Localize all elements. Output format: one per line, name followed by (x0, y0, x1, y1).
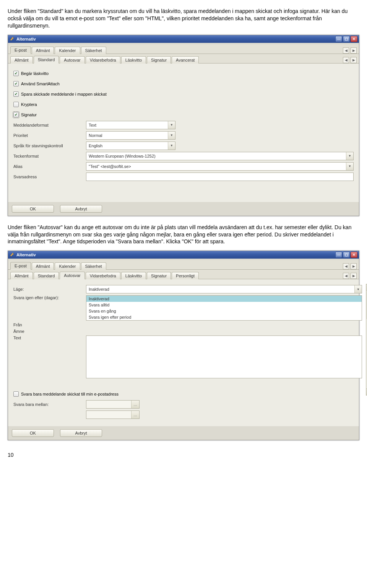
chevron-down-icon: ▼ (168, 132, 175, 139)
select-meddelandeformat[interactable]: Text ▼ (86, 121, 175, 129)
label-alias: Alias (13, 164, 86, 169)
tab-epost[interactable]: E-post (10, 46, 31, 54)
checkbox-svara-bara[interactable] (13, 391, 19, 397)
sub-tabstrip-2: Allmänt Standard Autosvar Vidarebefodra … (8, 270, 359, 279)
tab-sakerhet[interactable]: Säkerhet (81, 47, 106, 54)
subtab-signatur[interactable]: Signatur (147, 56, 171, 64)
label-svara-igen: Svara igen efter (dagar): (13, 295, 86, 300)
value-meddelandeformat: Text (89, 123, 96, 127)
minimize-button[interactable]: — (335, 252, 342, 258)
intro-paragraph-1: Under fliken "Standard" kan du markera k… (8, 8, 359, 29)
checkbox-signatur[interactable]: ✔ (13, 112, 19, 117)
tab-sakerhet[interactable]: Säkerhet (81, 262, 106, 270)
sub-tabstrip-1: Allmänt Standard Autosvar Vidarebefodra … (8, 54, 359, 64)
maximize-button[interactable]: ▢ (343, 36, 350, 42)
check-svara-bara-label: Svara bara meddelande skickat till min e… (21, 392, 119, 396)
top-tabstrip: E-post Allmänt Kalender Säkerhet ◀ ▶ (8, 260, 359, 270)
label-fran: Från (13, 323, 86, 327)
checkbox-smartattach[interactable]: ✔ (13, 81, 19, 86)
tab-scroll-left-icon[interactable]: ◀ (343, 47, 349, 54)
subtab-standard[interactable]: Standard (34, 56, 59, 64)
subtab-vidarebefodra[interactable]: Vidarebefodra (86, 272, 120, 279)
button-row: OK Avbryt (8, 426, 359, 440)
select-lage[interactable]: Inaktiverad ▼ (86, 285, 362, 293)
check-smartattach-row: ✔ Använd SmartAttach (13, 80, 354, 88)
value-alias: "Test" <test@softit.se> (89, 164, 131, 169)
date-picker-icon: … (131, 401, 139, 408)
textarea-text[interactable] (86, 336, 362, 378)
tab-scroll-left-icon[interactable]: ◀ (343, 57, 349, 63)
subtab-personligt[interactable]: Personligt (172, 272, 199, 279)
check-kryptera-label: Kryptera (21, 102, 37, 107)
label-sprak: Språk för stavningskontroll (13, 143, 86, 148)
tab-epost[interactable]: E-post (10, 262, 31, 270)
subtab-laskvitto[interactable]: Läskvitto (121, 56, 146, 64)
window-title: Alternativ (16, 252, 36, 257)
value-teckenformat: Western European (Windows-1252) (89, 154, 156, 158)
label-prioritet: Prioritet (13, 133, 86, 138)
chevron-down-icon: ▼ (346, 163, 353, 170)
check-spara-row: ✔ Spara skickade meddelande i mappen ski… (13, 90, 354, 98)
select-prioritet[interactable]: Normal ▼ (86, 131, 175, 140)
close-button[interactable]: ✕ (351, 252, 357, 258)
ok-button[interactable]: OK (12, 205, 54, 213)
tab-scroll-left-icon[interactable]: ◀ (343, 273, 349, 279)
avbryt-button[interactable]: Avbryt (60, 205, 102, 213)
tab-scroll-left-icon[interactable]: ◀ (343, 263, 349, 269)
tab-kalender[interactable]: Kalender (55, 262, 80, 270)
checkbox-spara[interactable]: ✔ (13, 91, 19, 97)
avbryt-button[interactable]: Avbryt (60, 429, 102, 437)
listbox-lage-options[interactable]: Inaktiverad Svara alltid Svara en gång S… (86, 295, 362, 321)
input-svarsadress[interactable] (86, 173, 354, 181)
list-item[interactable]: Svara alltid (86, 302, 362, 308)
tab-allmant[interactable]: Allmänt (32, 262, 54, 270)
list-item[interactable]: Inaktiverad (86, 296, 362, 302)
tab-scroll-right-icon[interactable]: ▶ (351, 47, 357, 54)
titlebar[interactable]: Alternativ — ▢ ✕ (8, 251, 359, 259)
button-row: OK Avbryt (8, 202, 359, 216)
tab-scroll-right-icon[interactable]: ▶ (351, 263, 357, 269)
subtab-allmant[interactable]: Allmänt (10, 56, 33, 64)
tab-scroll-right-icon[interactable]: ▶ (351, 273, 357, 279)
tab-scroll-right-icon[interactable]: ▶ (351, 57, 357, 63)
chevron-down-icon: ▼ (354, 285, 362, 293)
subtab-vidarebefodra[interactable]: Vidarebefodra (86, 56, 120, 64)
window-alternativ-autosvar: Alternativ — ▢ ✕ E-post Allmänt Kalender… (8, 251, 359, 440)
subtab-laskvitto[interactable]: Läskvitto (121, 272, 146, 279)
subtab-avancerat[interactable]: Avancerat (172, 56, 199, 64)
titlebar[interactable]: Alternativ — ▢ ✕ (8, 35, 359, 43)
window-title: Alternativ (16, 37, 36, 41)
tab-kalender[interactable]: Kalender (55, 47, 80, 54)
close-button[interactable]: ✕ (351, 36, 357, 42)
select-alias[interactable]: "Test" <test@softit.se> ▼ (86, 162, 354, 171)
panel-standard: ✔ Begär läskvitto ✔ Använd SmartAttach ✔… (8, 64, 359, 202)
subtab-allmant[interactable]: Allmänt (10, 272, 33, 279)
label-text: Text (13, 336, 86, 340)
chevron-down-icon: ▼ (346, 152, 353, 160)
label-svarsadress: Svarsadress (13, 174, 86, 179)
maximize-button[interactable]: ▢ (343, 252, 350, 258)
select-teckenformat[interactable]: Western European (Windows-1252) ▼ (86, 152, 354, 160)
value-sprak: English (89, 143, 102, 148)
minimize-button[interactable]: — (335, 36, 342, 42)
subtab-autosvar[interactable]: Autosvar (60, 272, 84, 279)
checkbox-kryptera[interactable] (13, 102, 19, 107)
select-sprak[interactable]: English ▼ (86, 142, 175, 150)
subtab-signatur[interactable]: Signatur (147, 272, 171, 279)
label-meddelandeformat: Meddelandeformat (13, 123, 86, 127)
subtab-autosvar[interactable]: Autosvar (60, 56, 84, 64)
page-number: 10 (8, 452, 359, 458)
checkbox-laskvitto[interactable]: ✔ (13, 71, 19, 76)
panel-autosvar: Läge: Inaktiverad ▼ Svara igen efter (da… (8, 279, 359, 426)
date-to[interactable]: … (86, 410, 140, 419)
date-from[interactable]: … (86, 400, 140, 409)
list-item[interactable]: Svara igen efter period (86, 314, 362, 320)
check-laskvitto-row: ✔ Begär läskvitto (13, 69, 354, 78)
list-item[interactable]: Svara en gång (86, 308, 362, 314)
value-prioritet: Normal (89, 133, 102, 138)
check-signatur-label: Signatur (21, 112, 37, 117)
ok-button[interactable]: OK (12, 429, 54, 437)
chevron-down-icon: ▼ (168, 142, 175, 150)
tab-allmant[interactable]: Allmänt (32, 47, 54, 54)
subtab-standard[interactable]: Standard (34, 272, 59, 279)
